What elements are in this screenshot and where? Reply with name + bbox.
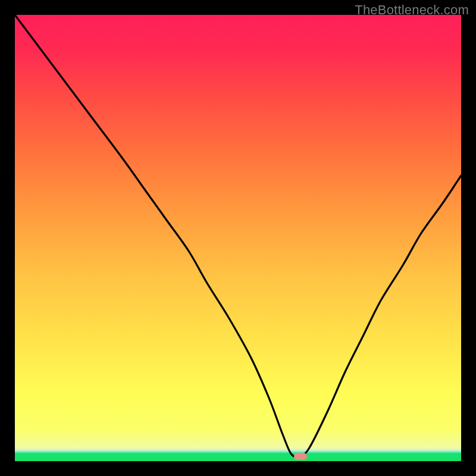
optimum-marker — [294, 453, 307, 460]
chart-frame: TheBottleneck.com — [0, 0, 476, 476]
bottleneck-curve — [15, 15, 461, 461]
plot-area — [15, 15, 461, 461]
watermark-text: TheBottleneck.com — [355, 2, 469, 18]
